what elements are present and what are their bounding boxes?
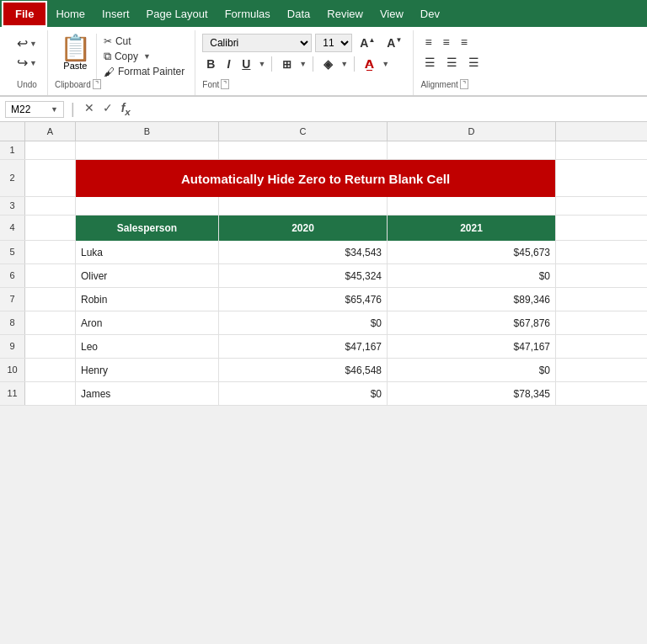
cell-d6[interactable]: $0 — [388, 264, 556, 288]
menu-formulas[interactable]: Formulas — [217, 3, 279, 25]
cell-d5[interactable]: $45,673 — [388, 241, 556, 264]
redo-dropdown-icon[interactable]: ▼ — [29, 59, 37, 67]
cell-b6[interactable]: Oliver — [76, 264, 219, 288]
cell-d1[interactable] — [388, 141, 556, 160]
borders-dropdown-icon[interactable]: ▼ — [299, 60, 307, 68]
align-right-button[interactable]: ☰ — [464, 54, 484, 71]
formula-bar: M22 ▼ | ✕ ✓ fx — [0, 97, 647, 122]
col-header-b[interactable]: B — [76, 122, 219, 141]
cell-d7[interactable]: $89,346 — [388, 288, 556, 311]
undo-group-label: Undo — [13, 80, 40, 92]
cell-d3[interactable] — [388, 197, 556, 216]
cell-b4-header[interactable]: Salesperson — [76, 216, 219, 241]
cell-c1[interactable] — [219, 141, 388, 160]
menu-home[interactable]: Home — [47, 3, 94, 25]
menu-insert[interactable]: Insert — [94, 3, 138, 25]
row-header-1: 1 — [0, 141, 25, 159]
formula-bar-separator: | — [71, 100, 75, 118]
row-header-10: 10 — [0, 359, 25, 381]
fill-dropdown-icon[interactable]: ▼ — [340, 60, 348, 68]
menu-data[interactable]: Data — [279, 3, 318, 25]
clipboard-expand-icon[interactable]: ⌝ — [93, 79, 101, 89]
row-header-3: 3 — [0, 197, 25, 215]
align-left-button[interactable]: ☰ — [420, 54, 440, 71]
font-color-dropdown-icon[interactable]: ▼ — [382, 60, 389, 68]
cell-c5[interactable]: $34,543 — [219, 241, 388, 264]
cell-d11[interactable]: $78,345 — [388, 382, 556, 406]
cell-b7[interactable]: Robin — [76, 288, 219, 311]
format-painter-button[interactable]: 🖌 Format Painter — [100, 65, 188, 79]
borders-button[interactable]: ⊞ — [278, 56, 296, 72]
align-top-button[interactable]: ≡ — [420, 34, 436, 51]
underline-dropdown-icon[interactable]: ▼ — [258, 60, 265, 68]
cell-a6[interactable] — [25, 264, 76, 288]
cell-b9[interactable]: Leo — [76, 335, 219, 359]
cut-button[interactable]: ✂ Cut — [100, 35, 188, 48]
cell-c11[interactable]: $0 — [219, 382, 388, 406]
alignment-expand-icon[interactable]: ⌝ — [460, 79, 468, 89]
font-name-select[interactable]: Calibri — [202, 34, 312, 52]
align-bottom-button[interactable]: ≡ — [457, 34, 472, 51]
cell-a5[interactable] — [25, 241, 76, 264]
cell-a7[interactable] — [25, 288, 76, 311]
italic-button[interactable]: I — [222, 56, 234, 72]
file-menu[interactable]: File — [2, 1, 47, 27]
cell-a2[interactable] — [25, 160, 76, 197]
cell-c7[interactable]: $65,476 — [219, 288, 388, 311]
menu-dev[interactable]: Dev — [412, 3, 448, 25]
formula-input[interactable] — [138, 104, 642, 115]
bold-button[interactable]: B — [202, 56, 219, 72]
paste-button[interactable]: 📋 Paste — [55, 34, 97, 79]
copy-button[interactable]: ⧉ Copy ▼ — [100, 49, 188, 64]
align-center-button[interactable]: ☰ — [442, 54, 462, 71]
copy-dropdown-icon[interactable]: ▼ — [143, 52, 151, 61]
cell-a11[interactable] — [25, 382, 76, 406]
menu-page-layout[interactable]: Page Layout — [138, 3, 217, 25]
cancel-formula-icon[interactable]: ✕ — [82, 101, 97, 117]
cell-ref-dropdown-icon[interactable]: ▼ — [51, 105, 58, 114]
cell-b11[interactable]: James — [76, 382, 219, 406]
confirm-formula-icon[interactable]: ✓ — [100, 101, 115, 117]
font-color-button[interactable]: A̲ — [361, 56, 378, 72]
cell-b1[interactable] — [76, 141, 219, 160]
cell-d9[interactable]: $47,167 — [388, 335, 556, 359]
decrease-font-button[interactable]: A▼ — [382, 35, 406, 51]
cell-b10[interactable]: Henry — [76, 359, 219, 382]
menu-view[interactable]: View — [372, 3, 412, 25]
cell-b3[interactable] — [76, 197, 219, 216]
cell-c4-header[interactable]: 2020 — [219, 216, 388, 241]
cell-a10[interactable] — [25, 359, 76, 382]
col-header-d[interactable]: D — [388, 122, 556, 141]
cell-d8[interactable]: $67,876 — [388, 311, 556, 335]
cell-a3[interactable] — [25, 197, 76, 216]
undo-dropdown-icon[interactable]: ▼ — [29, 40, 37, 48]
col-header-c[interactable]: C — [219, 122, 388, 141]
insert-function-icon[interactable]: fx — [119, 101, 133, 117]
cell-b5[interactable]: Luka — [76, 241, 219, 264]
cell-reference-box[interactable]: M22 ▼ — [5, 101, 64, 118]
redo-button[interactable]: ↪ ▼ — [13, 53, 40, 72]
cell-a1[interactable] — [25, 141, 76, 160]
cell-d4-header[interactable]: 2021 — [388, 216, 556, 241]
cell-a9[interactable] — [25, 335, 76, 359]
cell-a8[interactable] — [25, 311, 76, 335]
cell-c3[interactable] — [219, 197, 388, 216]
cell-b8[interactable]: Aron — [76, 311, 219, 335]
cell-c8[interactable]: $0 — [219, 311, 388, 335]
font-expand-icon[interactable]: ⌝ — [221, 79, 229, 89]
fill-color-button[interactable]: ◈ — [319, 56, 337, 72]
menu-review[interactable]: Review — [318, 3, 372, 25]
cell-c6[interactable]: $45,324 — [219, 264, 388, 288]
align-middle-button[interactable]: ≡ — [439, 34, 454, 51]
font-size-select[interactable]: 11 — [315, 34, 352, 52]
cell-c9[interactable]: $47,167 — [219, 335, 388, 359]
increase-font-button[interactable]: A▲ — [356, 35, 379, 51]
cell-d10[interactable]: $0 — [388, 359, 556, 382]
col-header-a[interactable]: A — [25, 122, 76, 141]
cell-a4[interactable] — [25, 216, 76, 241]
spreadsheet: A B C D 1 2 Automatically Hide Zero to R… — [0, 122, 647, 406]
underline-button[interactable]: U — [238, 56, 254, 72]
cell-c10[interactable]: $46,548 — [219, 359, 388, 382]
cell-b2-title[interactable]: Automatically Hide Zero to Return Blank … — [76, 160, 556, 197]
undo-button[interactable]: ↩ ▼ — [13, 34, 40, 53]
